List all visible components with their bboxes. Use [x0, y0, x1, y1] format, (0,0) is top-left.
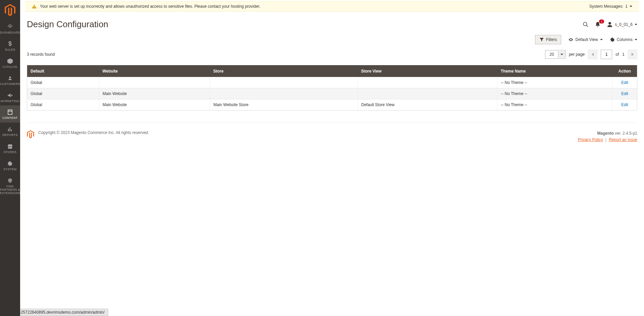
privacy-policy-link[interactable]: Privacy Policy — [578, 137, 603, 142]
sidebar-item-label: REPORTS — [2, 134, 17, 137]
cell-website: Main Website — [99, 99, 210, 110]
design-configuration-grid: Default Website Store Store View Theme N… — [27, 65, 637, 110]
chevron-down-icon — [560, 54, 563, 55]
prev-page-button[interactable] — [588, 50, 597, 59]
cell-action: Edit — [612, 77, 637, 88]
page-size-dropdown-button[interactable] — [558, 51, 565, 58]
page-header: Design Configuration 1 s_0_01_6 — [20, 12, 644, 33]
system-message-text: Your web server is set up incorrectly an… — [40, 4, 586, 9]
edit-link[interactable]: Edit — [621, 80, 628, 85]
sidebar-item-content[interactable]: CONTENT — [0, 105, 20, 123]
cell-default: Global — [27, 99, 99, 110]
sidebar-item-partners[interactable]: FIND PARTNERS & EXTENSIONS — [0, 174, 20, 198]
sidebar-item-reports[interactable]: REPORTS — [0, 123, 20, 140]
chevron-down-icon — [635, 39, 637, 40]
cell-website — [99, 77, 210, 88]
cell-default: Global — [27, 88, 99, 99]
gauge-icon — [7, 24, 13, 30]
system-messages-count: 1 — [625, 4, 628, 9]
sidebar-item-system[interactable]: SYSTEM — [0, 157, 20, 174]
magento-logo-icon — [27, 130, 34, 138]
page-title: Design Configuration — [27, 19, 108, 30]
footer-version: ver. 2.4.5-p1 — [614, 131, 637, 136]
gear-icon — [7, 160, 13, 167]
system-message-bar: Your web server is set up incorrectly an… — [25, 1, 639, 12]
person-icon — [7, 75, 13, 82]
cell-store-view — [358, 88, 497, 99]
search-icon — [583, 21, 589, 28]
current-page-input[interactable] — [601, 50, 612, 59]
col-header-store-view[interactable]: Store View — [358, 65, 497, 77]
user-icon — [607, 21, 613, 28]
admin-footer: Copyright © 2023 Magento Commerce Inc. A… — [27, 123, 637, 143]
box-icon — [7, 58, 13, 64]
search-button[interactable] — [583, 21, 589, 28]
total-pages: 1 — [622, 52, 625, 57]
edit-link[interactable]: Edit — [621, 91, 628, 96]
page-size-value: 20 — [545, 50, 558, 58]
notifications-button[interactable]: 1 — [595, 21, 601, 28]
col-header-website[interactable]: Website — [99, 65, 210, 77]
of-label: of — [615, 52, 619, 57]
eye-icon — [569, 37, 573, 42]
report-issue-link[interactable]: Report an Issue — [609, 137, 637, 142]
svg-point-0 — [584, 22, 587, 26]
table-row: GlobalMain WebsiteMain Website StoreDefa… — [27, 99, 637, 110]
cell-website: Main Website — [99, 88, 210, 99]
link-icon — [7, 177, 13, 184]
sidebar-item-marketing[interactable]: MARKETING — [0, 89, 20, 106]
cell-action: Edit — [612, 99, 637, 110]
grid-toolbar-paging: 3 records found 20 per page of 1 — [20, 46, 644, 65]
warning-icon — [32, 4, 37, 8]
sidebar-item-label: SYSTEM — [4, 168, 17, 171]
barchart-icon — [7, 126, 13, 133]
filters-button[interactable]: Filters — [535, 35, 561, 44]
chevron-right-icon — [632, 53, 634, 56]
footer-product: Magento — [597, 131, 614, 136]
notification-badge: 1 — [599, 19, 604, 24]
cell-store-view — [358, 77, 497, 88]
header-actions: 1 s_0_01_6 — [583, 21, 637, 28]
sidebar-item-label: MARKETING — [1, 100, 19, 103]
account-menu[interactable]: s_0_01_6 — [607, 21, 637, 28]
sidebar-item-dashboard[interactable]: DASHBOARD — [0, 20, 20, 37]
gear-icon — [610, 37, 615, 42]
sidebar-item-sales[interactable]: $SALES — [0, 37, 20, 54]
sidebar-item-label: FIND PARTNERS & EXTENSIONS — [0, 185, 20, 195]
system-messages-label: System Messages: — [589, 4, 623, 9]
sidebar-item-stores[interactable]: STORES — [0, 140, 20, 157]
magento-logo[interactable] — [0, 0, 20, 20]
main-area: Your web server is set up incorrectly an… — [20, 0, 644, 316]
cell-store — [210, 77, 358, 88]
sidebar-item-customers[interactable]: CUSTOMERS — [0, 72, 20, 89]
columns-button[interactable]: Columns — [610, 37, 637, 42]
col-header-store[interactable]: Store — [210, 65, 358, 77]
col-header-theme[interactable]: Theme Name — [497, 65, 612, 77]
edit-link[interactable]: Edit — [621, 102, 628, 107]
footer-magento-logo — [27, 130, 34, 139]
view-bookmark-button[interactable]: Default View — [569, 37, 602, 42]
sidebar-item-catalog[interactable]: CATALOG — [0, 54, 20, 72]
username: s_0_01_6 — [615, 22, 633, 27]
sidebar-item-label: DASHBOARD — [0, 31, 20, 35]
filters-label: Filters — [546, 37, 557, 42]
admin-sidebar: DASHBOARD$SALESCATALOGCUSTOMERSMARKETING… — [0, 0, 20, 316]
sidebar-item-label: CONTENT — [2, 117, 18, 120]
columns-label: Columns — [617, 37, 633, 42]
cell-default: Global — [27, 77, 99, 88]
sidebar-item-label: CATALOG — [3, 65, 17, 69]
records-found: 3 records found — [27, 52, 55, 57]
chevron-left-icon — [592, 53, 594, 56]
next-page-button[interactable] — [628, 50, 637, 59]
sidebar-item-label: CUSTOMERS — [0, 83, 20, 86]
page-icon — [7, 109, 13, 116]
page-size-select[interactable]: 20 — [545, 50, 566, 59]
cell-store — [210, 88, 358, 99]
per-page-label: per page — [569, 52, 585, 57]
cell-theme: -- No Theme -- — [497, 99, 612, 110]
system-messages-toggle[interactable]: System Messages: 1 — [589, 4, 632, 9]
pagination: 20 per page of 1 — [545, 50, 637, 59]
col-header-default[interactable]: Default — [27, 65, 99, 77]
chevron-down-icon — [630, 6, 632, 7]
table-header-row: Default Website Store Store View Theme N… — [27, 65, 637, 77]
